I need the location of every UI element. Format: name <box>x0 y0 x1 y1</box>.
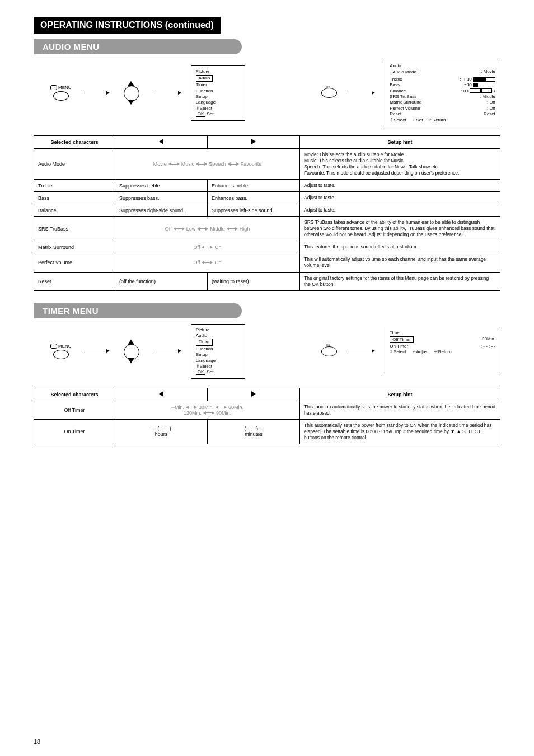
row-name: On Timer <box>34 419 115 444</box>
row-name: Off Timer <box>34 401 115 419</box>
col-selected-characters: Selected characters <box>34 388 115 401</box>
row-hint: The original factory settings for the it… <box>300 272 500 290</box>
nav-pad[interactable] <box>119 81 143 105</box>
col-left-arrow <box>115 135 208 148</box>
row-right: Enhances treble. <box>208 180 300 192</box>
row-left: - - ( : - - )hours <box>115 419 208 444</box>
arrow-right-icon <box>82 93 110 93</box>
row-name: Bass <box>34 192 115 204</box>
row-hint: This will automatically adjust volume so… <box>300 253 500 272</box>
table-row: On Timer- - ( : - - )hours( - - : )- -mi… <box>34 419 500 444</box>
row-hint: This features the spacious sound effects… <box>300 241 500 253</box>
row-hint: Adjust to taste. <box>300 192 500 204</box>
table-row: Matrix SurroundOffOnThis features the sp… <box>34 241 500 253</box>
audio-settings-panel: Audio Audio Mode: Movie Treble: ＋10 Bass… <box>385 60 500 126</box>
row-cycle: OffOn <box>115 253 300 272</box>
timer-menu-tab: TIMER MENU <box>34 303 242 318</box>
arrow-right-icon <box>153 351 181 351</box>
triangle-left-icon <box>159 391 163 397</box>
row-hint: Adjust to taste. <box>300 204 500 217</box>
menu-button-label: MENU <box>58 344 72 349</box>
row-name: Matrix Surround <box>34 241 115 253</box>
row-name: SRS TruBass <box>34 217 115 241</box>
arrow-right-icon <box>153 93 181 93</box>
ok-button[interactable] <box>321 346 337 356</box>
row-left: (off the function) <box>115 272 208 290</box>
table-row: SRS TruBassOffLowMiddleHighSRS TruBass t… <box>34 217 500 241</box>
row-left: Suppresses treble. <box>115 180 208 192</box>
col-left-arrow <box>115 388 208 401</box>
row-name: Treble <box>34 180 115 192</box>
row-hint: SRS TruBass takes advance of the ability… <box>300 217 500 241</box>
row-left: Suppresses bass. <box>115 192 208 204</box>
menu-button-label: MENU <box>58 85 72 90</box>
table-row: TrebleSuppresses treble.Enhances treble.… <box>34 180 500 192</box>
audio-settings-table: Selected characters Setup hint Audio Mod… <box>34 135 500 291</box>
row-cycle: OffOn <box>115 241 300 253</box>
row-hint: This function automatically sets the pow… <box>300 401 500 419</box>
nav-pad[interactable] <box>119 340 143 363</box>
row-name: Balance <box>34 204 115 217</box>
table-row: Off Timer--Min.30Min.60Min.120Min.90Min.… <box>34 401 500 419</box>
row-right: ( - - : )- -minutes <box>208 419 300 444</box>
col-setup-hint: Setup hint <box>300 388 500 401</box>
col-selected-characters: Selected characters <box>34 135 115 148</box>
menu-button[interactable]: MENU <box>50 344 72 359</box>
row-name: Reset <box>34 272 115 290</box>
page-section-title: OPERATING INSTRUCTIONS (continued) <box>34 17 221 34</box>
col-right-arrow <box>208 135 300 148</box>
row-right: Suppresses left-side sound. <box>208 204 300 217</box>
triangle-right-icon <box>251 391 256 397</box>
row-right: (waiting to reset) <box>208 272 300 290</box>
menu-icon <box>50 85 57 90</box>
timer-settings-table: Selected characters Setup hint Off Timer… <box>34 388 500 444</box>
arrow-right-icon <box>82 351 110 351</box>
audio-menu-tab: AUDIO MENU <box>34 39 242 54</box>
row-left: Suppresses right-side sound. <box>115 204 208 217</box>
arrow-right-icon <box>347 93 375 93</box>
row-name: Perfect Volume <box>34 253 115 272</box>
triangle-left-icon <box>159 139 163 144</box>
audio-flow-diagram: MENU Picture Audio Timer Function Setup … <box>50 60 500 126</box>
timer-flow-diagram: MENU Picture Audio Timer Function Setup … <box>50 324 500 379</box>
arrow-right-icon <box>347 351 375 351</box>
row-right: Enhances bass. <box>208 192 300 204</box>
row-hint: Adjust to taste. <box>300 180 500 192</box>
menu-icon <box>50 344 57 349</box>
row-hint: Movie: This selects the audio suitable f… <box>300 148 500 179</box>
main-menu-panel: Picture Audio Timer Function Setup Langu… <box>191 324 246 379</box>
triangle-right-icon <box>251 139 256 144</box>
table-row: BassSuppresses bass.Enhances bass.Adjust… <box>34 192 500 204</box>
row-name: Audio Mode <box>34 148 115 179</box>
table-row: BalanceSuppresses right-side sound.Suppr… <box>34 204 500 217</box>
table-row: Audio ModeMovieMusicSpeechFavouriteMovie… <box>34 148 500 179</box>
ok-button[interactable] <box>321 88 337 98</box>
row-hint: This automatically sets the power from s… <box>300 419 500 444</box>
timer-settings-panel: Timer Off Timer: 30Min. On Timer: - - : … <box>385 327 500 375</box>
row-cycle: MovieMusicSpeechFavourite <box>115 148 300 179</box>
main-menu-panel: Picture Audio Timer Function Setup Langu… <box>191 65 246 120</box>
menu-button[interactable]: MENU <box>50 85 72 101</box>
table-row: Reset(off the function)(waiting to reset… <box>34 272 500 290</box>
col-setup-hint: Setup hint <box>300 135 500 148</box>
row-cycle: OffLowMiddleHigh <box>115 217 300 241</box>
col-right-arrow <box>208 388 300 401</box>
row-cycle: --Min.30Min.60Min.120Min.90Min. <box>115 401 300 419</box>
table-row: Perfect VolumeOffOnThis will automatical… <box>34 253 500 272</box>
